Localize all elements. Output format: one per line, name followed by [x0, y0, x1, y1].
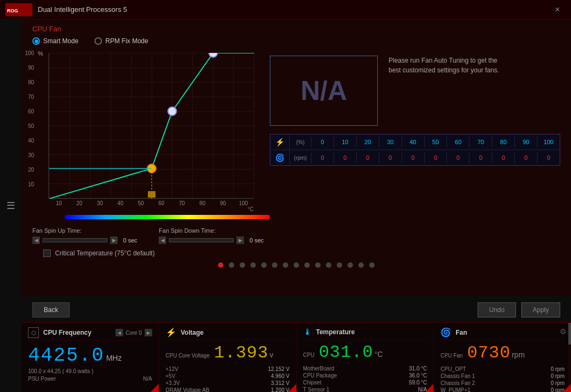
- pct-val-50[interactable]: 50: [425, 137, 447, 147]
- rpm-val-7[interactable]: 0: [470, 152, 492, 163]
- cpu-freq-sub-info: 100.0 x 44,25 ( 49.0 watts ): [28, 368, 152, 374]
- voltage-33v-label: +3.3V: [166, 380, 180, 386]
- critical-temp-checkbox[interactable]: [43, 249, 51, 257]
- voltage-12v-value: 12.152 V: [268, 366, 289, 372]
- rpm-val-6[interactable]: 0: [447, 152, 470, 163]
- dot-8[interactable]: [294, 262, 299, 268]
- spin-down-right-arrow[interactable]: ▶: [236, 236, 244, 244]
- right-panel: N/A Please run Fan Auto Tuning to get th…: [270, 50, 560, 219]
- rpm-val-1[interactable]: 0: [334, 152, 357, 163]
- voltage-dram-label: DRAM Voltage AB: [166, 387, 209, 392]
- x-tick-30: 30: [90, 200, 110, 206]
- smart-mode-radio-inner: [35, 39, 38, 43]
- dot-12[interactable]: [337, 262, 342, 268]
- fan-scrollbar-thumb[interactable]: [568, 323, 571, 344]
- voltage-main-label: CPU Core Voltage: [166, 353, 210, 359]
- spin-down-value: 0 sec: [249, 237, 263, 244]
- cpu-freq-icon: ⬡: [28, 327, 39, 338]
- app-logo: ROG: [5, 3, 32, 16]
- pct-val-90[interactable]: 90: [515, 137, 538, 147]
- rpm-val-10[interactable]: 0: [538, 152, 560, 163]
- na-display-box: N/A: [270, 56, 378, 126]
- rpm-val-4[interactable]: 0: [402, 152, 425, 163]
- dot-3[interactable]: [240, 262, 245, 268]
- fan-chassis1-label: Chassis Fan 1: [440, 373, 475, 379]
- dot-1[interactable]: [218, 262, 223, 268]
- apply-button[interactable]: Apply: [521, 302, 560, 317]
- pct-val-30[interactable]: 30: [379, 137, 402, 147]
- app-title: Dual Intelligent Processors 5: [38, 5, 549, 13]
- chart-grid[interactable]: 100 90 80 70 60 50 40 30 20 10: [49, 53, 254, 199]
- rpm-val-5[interactable]: 0: [425, 152, 447, 163]
- dot-15[interactable]: [369, 262, 375, 268]
- rpm-fix-option[interactable]: RPM Fix Mode: [94, 37, 148, 45]
- critical-temp-label: Critical Temperature (75°C default): [55, 249, 155, 257]
- voltage-5v-value: 4.960 V: [271, 373, 289, 379]
- rpm-val-9[interactable]: 0: [515, 152, 538, 163]
- dot-2[interactable]: [229, 262, 234, 268]
- dot-5[interactable]: [261, 262, 267, 268]
- voltage-detail-rows: +12V 12.152 V +5V 4.960 V +3.3V 3.312 V …: [166, 366, 290, 392]
- smart-mode-radio[interactable]: [32, 37, 40, 45]
- rpm-val-2[interactable]: 0: [357, 152, 379, 163]
- fan-curve-svg[interactable]: [49, 53, 254, 199]
- sidebar-menu-icon[interactable]: ☰: [6, 200, 15, 212]
- pct-val-40[interactable]: 40: [402, 137, 425, 147]
- cpu-freq-value-row: 4425.0 MHz: [28, 343, 152, 368]
- dot-11[interactable]: [326, 262, 331, 268]
- temp-mb-value: 31.0 °C: [409, 366, 427, 371]
- rpm-row-icon: 🌀: [270, 150, 290, 165]
- gear-icon[interactable]: ⚙: [560, 327, 567, 336]
- pct-val-0[interactable]: 0: [311, 137, 334, 147]
- spin-down-slider-row: ◀ ▶ 0 sec: [159, 236, 263, 244]
- core-next-arrow[interactable]: ▶: [145, 329, 152, 336]
- dot-4[interactable]: [250, 262, 256, 268]
- spin-down-control: Fan Spin Down Time: ◀ ▶ 0 sec: [159, 227, 263, 244]
- fan-wpump-label: W_PUMP+1: [440, 387, 470, 392]
- dot-7[interactable]: [283, 262, 288, 268]
- pct-val-20[interactable]: 20: [357, 137, 379, 147]
- pct-val-60[interactable]: 60: [447, 137, 470, 147]
- rpm-val-3[interactable]: 0: [379, 152, 402, 163]
- spin-up-left-arrow[interactable]: ◀: [32, 236, 40, 244]
- fan-wpump-row: W_PUMP+1 0 rpm: [440, 387, 565, 392]
- dot-14[interactable]: [358, 262, 364, 268]
- undo-button[interactable]: Undo: [478, 302, 516, 317]
- svg-point-3: [168, 107, 176, 116]
- spin-up-right-arrow[interactable]: ▶: [110, 236, 118, 244]
- rpm-val-0[interactable]: 0: [311, 152, 334, 163]
- spin-up-track[interactable]: [43, 238, 107, 242]
- dot-10[interactable]: [315, 262, 321, 268]
- rpm-val-8[interactable]: 0: [492, 152, 515, 163]
- cpu-freq-value: 4425.0: [28, 346, 105, 366]
- chart-panel-row: %: [32, 50, 560, 219]
- voltage-section: ⚡ Voltage CPU Core Voltage 1.393 v +12V …: [159, 323, 297, 392]
- temperature-detail-rows: MotherBoard 31.0 °C CPU Package 36.0 °C …: [303, 365, 427, 392]
- chart-y-label: %: [38, 50, 43, 57]
- fan-chassis1-row: Chassis Fan 1 0 rpm: [440, 373, 565, 380]
- temp-cpu-pkg-value: 36.0 °C: [409, 373, 427, 379]
- pct-val-10[interactable]: 10: [334, 137, 357, 147]
- close-button[interactable]: ×: [549, 2, 566, 18]
- chart-container: 100 90 80 70 60 50 40 30 20 10: [49, 53, 259, 219]
- rpm-fix-radio[interactable]: [94, 37, 102, 45]
- core-prev-arrow[interactable]: ◀: [115, 329, 123, 336]
- fan-chart-wrapper: %: [32, 50, 259, 219]
- fan-scrollbar[interactable]: [568, 323, 571, 392]
- mode-row: Smart Mode RPM Fix Mode: [32, 37, 560, 45]
- back-button[interactable]: Back: [32, 302, 70, 317]
- rpm-percent-row: ⚡ (%) 0 10 20 30 40 50 60 70 80 90 100: [270, 134, 560, 150]
- dot-13[interactable]: [348, 262, 353, 268]
- svg-rect-7: [148, 191, 155, 198]
- dot-6[interactable]: [272, 262, 277, 268]
- y-tick-50: 50: [28, 123, 34, 129]
- pct-val-80[interactable]: 80: [492, 137, 515, 147]
- x-tick-40: 40: [110, 200, 131, 206]
- y-tick-20: 20: [28, 167, 34, 173]
- pct-val-70[interactable]: 70: [470, 137, 492, 147]
- smart-mode-option[interactable]: Smart Mode: [32, 37, 78, 45]
- spin-down-track[interactable]: [169, 238, 234, 242]
- pct-val-100[interactable]: 100: [538, 137, 560, 147]
- spin-down-left-arrow[interactable]: ◀: [159, 236, 166, 244]
- dot-9[interactable]: [304, 262, 310, 268]
